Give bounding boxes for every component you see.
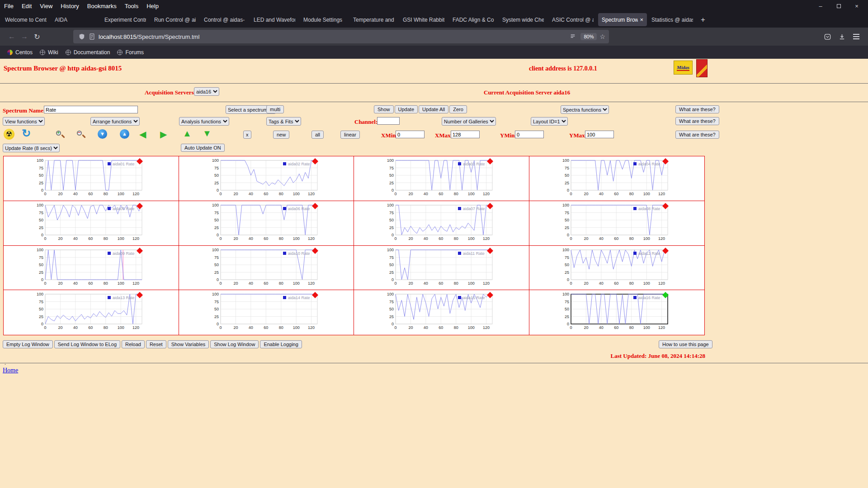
- arrow-down-icon[interactable]: ▼: [203, 128, 212, 138]
- xmin-input[interactable]: [396, 131, 425, 138]
- menu-file[interactable]: File: [0, 1, 18, 11]
- radiation-icon[interactable]: ☢: [4, 129, 14, 140]
- close-icon[interactable]: ×: [853, 3, 861, 9]
- downloads-icon[interactable]: [835, 30, 848, 43]
- zero-button[interactable]: Zero: [449, 105, 467, 113]
- channel-input[interactable]: [377, 117, 400, 125]
- all-button[interactable]: all: [311, 131, 324, 139]
- bookmark-wiki[interactable]: Wiki: [36, 48, 62, 57]
- zoom-in-icon[interactable]: +: [55, 129, 66, 140]
- pocket-icon[interactable]: [821, 30, 834, 43]
- shield-icon[interactable]: [77, 32, 87, 42]
- update-rate-dropdown[interactable]: Update Rate (8 secs): [3, 144, 60, 152]
- bookmark-forums[interactable]: Forums: [113, 48, 147, 57]
- spectrum-panel-aida13-rate[interactable]: 0255075100020406080100120aida13 Rate: [4, 290, 179, 335]
- page-info-icon[interactable]: [87, 32, 97, 42]
- spectra-functions-dropdown[interactable]: Spectra functions: [561, 105, 609, 114]
- tab-welcome-to-cent[interactable]: Welcome to Cent: [1, 13, 50, 26]
- new-tab-button[interactable]: +: [697, 15, 709, 24]
- reset-button[interactable]: Reset: [146, 340, 166, 348]
- xmax-input[interactable]: [451, 131, 480, 138]
- spectrum-panel-aida11-rate[interactable]: 0255075100020406080100120aida11 Rate: [354, 246, 529, 291]
- minimize-icon[interactable]: –: [816, 3, 825, 9]
- back-icon[interactable]: ←: [5, 30, 18, 43]
- tags-fits-dropdown[interactable]: Tags & Fits: [266, 117, 301, 126]
- menu-history[interactable]: History: [57, 1, 83, 11]
- show-log-window-button[interactable]: Show Log Window: [210, 340, 259, 348]
- tab-gsi-white-rabbit[interactable]: GSI White Rabbit: [399, 13, 448, 26]
- spectrum-panel-aida12-rate[interactable]: 0255075100020406080100120aida12 Rate: [529, 246, 705, 291]
- menu-tools[interactable]: Tools: [121, 1, 142, 11]
- acquisition-server-select[interactable]: aida16: [194, 87, 219, 96]
- app-menu-icon[interactable]: [850, 30, 863, 43]
- layout-id-dropdown[interactable]: Layout ID=1: [531, 117, 568, 126]
- tab-system-wide-che[interactable]: System wide Che: [499, 13, 547, 26]
- analysis-functions-dropdown[interactable]: Analysis functions: [179, 117, 229, 126]
- bookmark-star-icon[interactable]: ☆: [599, 33, 605, 40]
- spectrum-panel-aida01-rate[interactable]: 0255075100020406080100120aida01 Rate: [4, 156, 179, 201]
- spectrum-panel-aida09-rate[interactable]: 0255075100020406080100120aida09 Rate: [4, 246, 179, 291]
- tab-spectrum-brow[interactable]: Spectrum Brow×: [598, 13, 647, 26]
- tab-asic-control-a[interactable]: ASIC Control @ a: [548, 13, 597, 26]
- bookmark-centos[interactable]: Centos: [4, 48, 36, 57]
- scroll-up-icon[interactable]: ▲: [120, 129, 129, 139]
- spectrum-panel-aida02-rate[interactable]: 0255075100020406080100120aida02 Rate: [179, 156, 354, 201]
- spectrum-panel-aida05-rate[interactable]: 0255075100020406080100120aida05 Rate: [4, 201, 179, 246]
- tab-module-settings[interactable]: Module Settings: [300, 13, 349, 26]
- tab-control-aidas[interactable]: Control @ aidas-: [200, 13, 249, 26]
- ymin-input[interactable]: [515, 131, 544, 138]
- tab-close-icon[interactable]: ×: [640, 16, 643, 23]
- what-are-these-button-2[interactable]: What are these?: [675, 117, 719, 125]
- spectrum-panel-aida10-rate[interactable]: 0255075100020406080100120aida10 Rate: [179, 246, 354, 291]
- zoom-level-badge[interactable]: 80%: [580, 33, 597, 40]
- tab-fadc-align-co[interactable]: FADC Align & Co: [449, 13, 498, 26]
- reader-mode-icon[interactable]: [568, 32, 578, 42]
- spectrum-panel-aida06-rate[interactable]: 0255075100020406080100120aida06 Rate: [179, 201, 354, 246]
- reload-icon[interactable]: ↻: [31, 30, 43, 43]
- scroll-down-icon[interactable]: ▼: [98, 129, 107, 139]
- linear-button[interactable]: linear: [340, 131, 360, 139]
- enable-logging-button[interactable]: Enable Logging: [260, 340, 302, 348]
- spectrum-panel-aida04-rate[interactable]: 0255075100020406080100120aida04 Rate: [529, 156, 705, 201]
- tab-led-and-wavefor[interactable]: LED and Wavefor: [250, 13, 299, 26]
- spectrum-panel-aida08-rate[interactable]: 0255075100020406080100120aida08 Rate: [529, 201, 705, 246]
- spectrum-panel-aida14-rate[interactable]: 0255075100020406080100120aida14 Rate: [179, 290, 354, 335]
- reload-button[interactable]: Reload: [122, 340, 145, 348]
- multi-button[interactable]: multi: [266, 105, 284, 113]
- tab-aida[interactable]: AIDA: [51, 13, 100, 26]
- how-to-use-button[interactable]: How to use this page: [659, 340, 712, 348]
- menu-edit[interactable]: Edit: [18, 1, 36, 11]
- empty-log-window-button[interactable]: Empty Log Window: [3, 340, 53, 348]
- update-button[interactable]: Update: [395, 105, 418, 113]
- menu-help[interactable]: Help: [142, 1, 163, 11]
- arrow-left-icon[interactable]: ◀: [139, 129, 146, 139]
- home-link[interactable]: Home: [3, 367, 18, 374]
- bookmark-documentation[interactable]: Documentation: [62, 48, 114, 57]
- what-are-these-button-3[interactable]: What are these?: [675, 131, 719, 139]
- tab-statistics-aidas[interactable]: Statistics @ aidas: [648, 13, 697, 26]
- menu-view[interactable]: View: [36, 1, 57, 11]
- maximize-icon[interactable]: [835, 3, 843, 9]
- auto-update-button[interactable]: Auto Update ON: [181, 144, 225, 152]
- x-button[interactable]: x: [243, 131, 251, 139]
- forward-icon[interactable]: →: [18, 30, 31, 43]
- refresh-icon[interactable]: ↻: [22, 127, 31, 140]
- what-are-these-button-1[interactable]: What are these?: [675, 105, 719, 113]
- update-all-button[interactable]: Update All: [419, 105, 448, 113]
- show-variables-button[interactable]: Show Variables: [168, 340, 209, 348]
- number-of-galleries-dropdown[interactable]: Number of Galleries: [442, 117, 496, 126]
- spectrum-panel-aida03-rate[interactable]: 0255075100020406080100120aida03 Rate: [354, 156, 529, 201]
- tab-run-control-ai[interactable]: Run Control @ ai: [151, 13, 199, 26]
- arrow-right-icon[interactable]: ▶: [160, 129, 167, 139]
- menu-bookmarks[interactable]: Bookmarks: [83, 1, 121, 11]
- zoom-out-icon[interactable]: −: [76, 129, 87, 140]
- url-bar[interactable]: localhost:8015/Spectrum/Spectrum.tml 80%…: [73, 30, 609, 43]
- spectrum-panel-aida16-rate[interactable]: 0255075100020406080100120aida16 Rate: [529, 290, 705, 335]
- spectrum-panel-aida15-rate[interactable]: 0255075100020406080100120aida15 Rate: [354, 290, 529, 335]
- arrange-functions-dropdown[interactable]: Arrange functions: [90, 117, 140, 126]
- spectrum-panel-aida07-rate[interactable]: 0255075100020406080100120aida07 Rate: [354, 201, 529, 246]
- new-button[interactable]: new: [273, 131, 289, 139]
- spectrum-name-input[interactable]: [44, 106, 138, 113]
- tab-experiment-contr[interactable]: Experiment Contr: [101, 13, 150, 26]
- tab-temperature-and[interactable]: Temperature and: [349, 13, 398, 26]
